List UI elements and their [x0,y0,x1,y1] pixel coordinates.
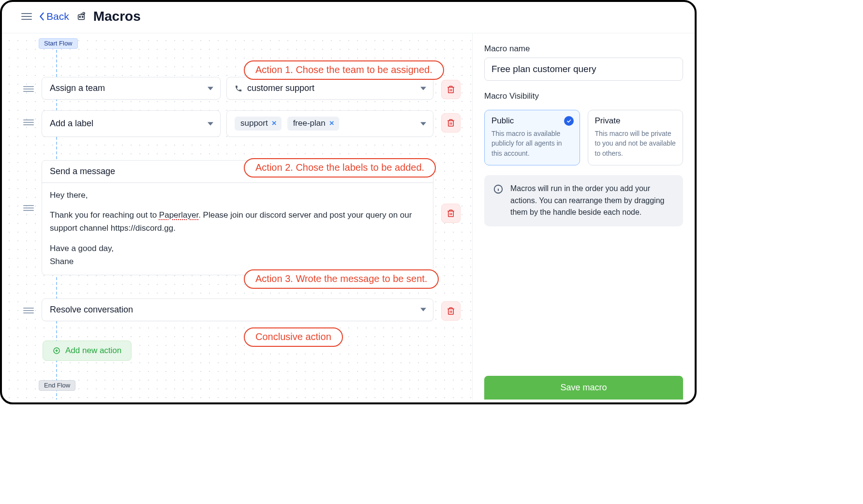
action-type-label: Add a label [50,119,93,129]
visibility-card-title: Public [491,116,573,126]
chevron-down-icon [208,122,213,125]
page-title: Macros [93,9,141,24]
tag-support: support × [235,117,282,131]
chevron-left-icon [39,12,45,21]
message-line: Have a good day, [50,242,425,255]
bot-icon [76,11,87,22]
visibility-card-desc: This macro will be private to you and no… [595,129,676,158]
drag-handle-icon[interactable] [23,204,34,212]
macro-name-label: Macro name [484,44,683,54]
trash-icon [446,85,455,94]
info-text: Macros will run in the order you add you… [510,183,674,219]
annotation-1: Action 1. Chose the team to be assigned. [244,60,444,80]
app-window: Back Macros Start Flow Action 1. Chose t… [0,0,697,404]
macro-name-input[interactable] [484,58,683,81]
action-value-select[interactable]: customer support [226,77,433,100]
visibility-private-card[interactable]: Private This macro will be private to yo… [588,110,684,165]
action-node-add-label: Add a label support × free-plan × [23,110,462,137]
delete-action-button[interactable] [441,80,461,99]
action-type-label: Send a message [50,166,115,177]
back-link[interactable]: Back [39,11,69,22]
annotation-3: Action 3. Wrote the message to be sent. [244,269,439,289]
action-type-select[interactable]: Resolve conversation [42,298,433,321]
info-icon [493,184,504,194]
delete-action-button[interactable] [441,204,461,223]
action-type-select[interactable]: Add a label [42,110,221,137]
action-type-label: Resolve conversation [50,305,133,315]
end-flow-badge: End Flow [39,380,75,391]
delete-action-button[interactable] [441,113,461,133]
info-banner: Macros will run in the order you add you… [484,175,683,226]
remove-tag-button[interactable]: × [272,119,277,128]
back-label: Back [46,11,69,22]
chevron-down-icon [420,122,426,125]
phone-icon [235,85,242,92]
drag-handle-icon[interactable] [23,306,34,315]
visibility-label: Macro Visibility [484,91,683,101]
action-type-select[interactable]: Assign a team [42,77,221,100]
plus-circle-icon [53,347,60,355]
chevron-down-icon [420,87,426,90]
action-node-resolve: Resolve conversation [23,298,462,321]
add-action-button[interactable]: Add new action [43,341,132,361]
visibility-card-desc: This macro is available publicly for all… [491,129,573,158]
check-circle-icon [564,116,574,126]
menu-icon[interactable] [21,11,32,22]
trash-icon [446,209,455,218]
annotation-2: Action 2. Chose the labels to be added. [244,158,436,178]
tag-label: support [240,119,268,128]
header: Back Macros [2,2,695,33]
message-line: Thank you for reaching out to Paperlayer… [50,208,425,235]
message-line: Hey there, [50,189,425,202]
drag-handle-icon[interactable] [23,118,34,127]
action-node-assign-team: Assign a team customer support [23,77,462,100]
trash-icon [446,119,455,127]
remove-tag-button[interactable]: × [329,119,334,128]
tag-label: free-plan [293,119,326,128]
message-line: Shane [50,255,425,268]
add-action-label: Add new action [65,346,121,356]
svg-point-2 [82,16,83,18]
visibility-card-title: Private [595,116,676,126]
flow-canvas[interactable]: Start Flow Action 1. Chose the team to b… [2,33,472,400]
start-flow-badge: Start Flow [39,38,78,49]
annotation-4: Conclusive action [244,327,343,347]
chevron-down-icon [208,87,213,90]
svg-point-1 [79,16,81,18]
tag-free-plan: free-plan × [287,117,339,131]
visibility-public-card[interactable]: Public This macro is available publicly … [484,110,580,165]
delete-action-button[interactable] [441,301,461,321]
save-macro-button[interactable]: Save macro [484,376,683,400]
label-tags-input[interactable]: support × free-plan × [226,110,433,137]
action-value-label: customer support [247,83,314,93]
trash-icon [446,307,455,315]
message-textarea[interactable]: Hey there, Thank you for reaching out to… [42,183,433,275]
save-label: Save macro [560,383,607,392]
drag-handle-icon[interactable] [23,85,34,93]
right-panel: Macro name Macro Visibility Public This … [472,33,695,400]
action-type-label: Assign a team [50,83,105,93]
chevron-down-icon [420,308,426,311]
